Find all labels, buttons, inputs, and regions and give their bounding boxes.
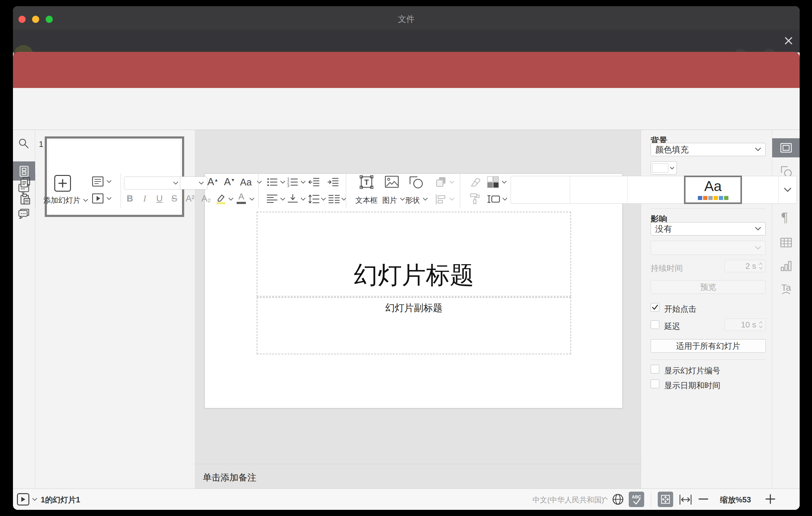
theme-option[interactable]: [742, 176, 778, 203]
line-spacing-icon[interactable]: [308, 194, 320, 205]
insert-shape-icon[interactable]: [408, 175, 424, 189]
document-language[interactable]: 中文(中华人民共和国): [532, 495, 604, 505]
toolbar-divider: [258, 173, 259, 208]
close-overlay-icon[interactable]: [785, 37, 792, 45]
line-spacing-chevron-icon[interactable]: [321, 198, 326, 201]
bullet-list-icon[interactable]: [266, 176, 278, 188]
vertical-align-icon[interactable]: [287, 194, 299, 205]
slide-layout-chevron-icon[interactable]: [107, 180, 112, 183]
numbered-list-icon[interactable]: 123: [287, 176, 299, 188]
title-placeholder[interactable]: 幻灯片标题: [257, 212, 571, 296]
font-color-chevron-icon[interactable]: [249, 198, 255, 201]
columns-icon[interactable]: [328, 194, 340, 205]
slide-size-icon[interactable]: [487, 194, 500, 205]
subtitle-placeholder[interactable]: 幻灯片副标题: [257, 297, 571, 354]
increase-font-size-button[interactable]: A▲: [207, 176, 219, 188]
insert-image-label[interactable]: 图片: [381, 195, 399, 205]
delay-spinner[interactable]: 10 s: [725, 318, 766, 331]
add-slide-button[interactable]: [54, 175, 71, 192]
delay-checkbox[interactable]: [651, 320, 659, 329]
tab-paragraph-settings-icon[interactable]: ¶: [781, 209, 788, 225]
slide-size-chevron-icon[interactable]: [502, 198, 508, 201]
vertical-align-chevron-icon[interactable]: [300, 198, 306, 201]
duration-spinner[interactable]: 2 s: [725, 260, 766, 272]
slide-layout-icon[interactable]: [92, 176, 104, 187]
theme-option-selected[interactable]: Aa: [684, 176, 742, 204]
change-case-chevron-icon[interactable]: [257, 180, 262, 184]
copy-style-roller-icon[interactable]: [469, 193, 481, 205]
theme-option[interactable]: [628, 176, 685, 203]
tab-shape-settings-icon[interactable]: [780, 165, 792, 177]
fit-to-slide-toggle-on[interactable]: [658, 492, 673, 507]
background-color-picker[interactable]: [651, 162, 677, 175]
theme-option[interactable]: [570, 176, 627, 203]
superscript-button[interactable]: A²: [183, 193, 197, 204]
apply-to-all-slides-button[interactable]: 适用于所有幻灯片: [651, 339, 766, 353]
fit-to-width-icon[interactable]: [679, 494, 692, 505]
spell-check-toggle-on[interactable]: ABC: [629, 492, 644, 507]
palette-swatch: [724, 196, 728, 200]
numbered-list-chevron-icon[interactable]: [300, 180, 306, 184]
color-scheme-icon[interactable]: [487, 176, 499, 188]
change-case-button[interactable]: Aa: [240, 177, 252, 188]
effect-type-select-disabled[interactable]: [651, 241, 766, 255]
slide-subtitle-text: 幻灯片副标题: [385, 302, 443, 314]
duration-label: 持续时间: [651, 263, 683, 274]
clear-style-eraser-icon[interactable]: [469, 177, 481, 187]
start-slideshow-button[interactable]: [17, 493, 29, 506]
chat-icon[interactable]: [18, 207, 30, 220]
zoom-in-icon[interactable]: [765, 494, 776, 504]
font-size-combo[interactable]: [180, 176, 207, 190]
overlay-backdrop: [13, 30, 800, 53]
tab-slide-settings-active[interactable]: [772, 138, 800, 157]
text-box-label[interactable]: 文本框: [352, 195, 381, 205]
add-slide-label[interactable]: 添加幻灯片: [42, 195, 89, 205]
strikethrough-button[interactable]: S: [169, 193, 179, 204]
start-slideshow-icon[interactable]: [92, 193, 104, 204]
highlight-color-icon[interactable]: [215, 193, 227, 205]
text-box-icon[interactable]: T: [359, 175, 374, 190]
start-on-click-checkbox[interactable]: [651, 303, 659, 312]
copy-icon[interactable]: [20, 176, 31, 188]
show-slide-number-checkbox[interactable]: [651, 365, 659, 373]
theme-gallery-expand-button[interactable]: [779, 176, 796, 203]
arrange-shape-chevron-icon[interactable]: [449, 180, 455, 184]
font-color-button[interactable]: A: [236, 192, 247, 204]
font-name-combo[interactable]: [124, 176, 182, 190]
theme-option[interactable]: [511, 176, 570, 203]
color-scheme-chevron-icon[interactable]: [502, 180, 507, 184]
italic-button[interactable]: I: [140, 193, 149, 204]
insert-shape-chevron-icon[interactable]: [423, 198, 428, 201]
paste-icon[interactable]: [20, 194, 31, 205]
underline-button[interactable]: U: [154, 193, 165, 204]
bold-button[interactable]: B: [125, 193, 135, 204]
slideshow-chevron-icon[interactable]: [107, 197, 112, 200]
horizontal-align-chevron-icon[interactable]: [280, 198, 285, 201]
tab-chart-settings-icon[interactable]: [780, 260, 792, 272]
arrange-shape-icon[interactable]: [435, 176, 447, 188]
align-shape-chevron-icon[interactable]: [449, 198, 455, 201]
slide-page[interactable]: 幻灯片标题 幻灯片副标题: [205, 173, 622, 408]
highlight-chevron-icon[interactable]: [228, 198, 234, 201]
notes-area[interactable]: 单击添加备注: [195, 464, 641, 489]
horizontal-align-icon[interactable]: [266, 194, 278, 205]
set-language-globe-icon[interactable]: [612, 493, 624, 506]
increase-indent-icon[interactable]: [327, 176, 339, 188]
preview-button[interactable]: 预览: [651, 280, 766, 294]
language-chevron-up-icon[interactable]: [603, 496, 608, 500]
insert-image-icon[interactable]: [384, 175, 399, 188]
insert-shape-label[interactable]: 形状: [404, 195, 422, 205]
subscript-button[interactable]: A₂: [199, 193, 213, 204]
tab-text-art-settings-icon[interactable]: Ta: [780, 283, 792, 296]
decrease-indent-icon[interactable]: [308, 176, 320, 188]
decrease-font-size-button[interactable]: A▼: [224, 176, 235, 188]
zoom-out-icon[interactable]: [698, 498, 708, 500]
effect-select[interactable]: 没有: [651, 222, 766, 235]
background-fill-select[interactable]: 颜色填充: [651, 143, 766, 156]
align-shape-icon[interactable]: [435, 194, 447, 205]
bullet-list-chevron-icon[interactable]: [280, 180, 285, 184]
show-date-time-checkbox[interactable]: [651, 380, 659, 388]
search-icon[interactable]: [18, 138, 30, 149]
slideshow-mode-chevron-icon[interactable]: [32, 498, 37, 501]
tab-table-settings-icon[interactable]: [780, 237, 792, 248]
